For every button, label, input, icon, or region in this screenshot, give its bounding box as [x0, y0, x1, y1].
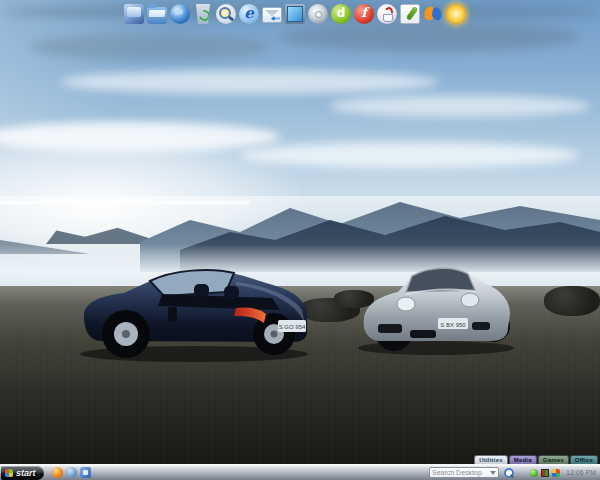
tab-games[interactable]: Games — [538, 455, 569, 464]
cloud — [60, 70, 440, 94]
tab-media[interactable]: Media — [509, 455, 537, 464]
search-placeholder: Search Desktop — [432, 468, 488, 477]
wmp-quicklaunch-icon[interactable] — [80, 467, 91, 478]
dreamweaver-icon[interactable] — [331, 4, 351, 24]
taskbar-clock[interactable]: 12:06 PM — [564, 465, 596, 480]
desktop-search-input[interactable]: Search Desktop — [429, 467, 499, 478]
java-icon[interactable] — [377, 4, 397, 24]
silver-porsche-car: S BX 950 — [354, 262, 518, 356]
desktop: S GO 954 S BX 950 U — [0, 0, 600, 480]
globe-quicklaunch-icon[interactable] — [66, 467, 77, 478]
search-icon[interactable] — [216, 4, 236, 24]
security-status-tray-icon[interactable] — [519, 469, 527, 477]
notes-icon[interactable] — [400, 4, 420, 24]
resource-meter-tray-icon[interactable] — [541, 469, 549, 477]
recycle-icon[interactable] — [193, 4, 213, 24]
tab-utilities[interactable]: Utilities — [474, 455, 507, 464]
sun-icon[interactable] — [446, 4, 466, 24]
folder-icon[interactable] — [147, 7, 167, 24]
windows-logo-icon — [5, 469, 13, 477]
rock — [544, 286, 600, 316]
license-plate-text: S BX 950 — [440, 322, 466, 328]
cloud — [280, 22, 580, 52]
firefox-quicklaunch-icon[interactable] — [52, 467, 63, 478]
blue-porsche-car: S GO 954 — [76, 252, 316, 364]
category-tabs: UtilitiesMediaGamesOffice — [474, 455, 598, 464]
mail-icon[interactable] — [262, 7, 282, 23]
display-icon[interactable] — [285, 4, 305, 24]
ie-icon[interactable] — [239, 4, 259, 24]
start-button[interactable]: start — [1, 466, 44, 480]
globe-icon[interactable] — [170, 4, 190, 24]
system-tray — [519, 469, 560, 477]
flash-icon[interactable] — [354, 4, 374, 24]
dock — [124, 2, 476, 26]
cloud — [30, 34, 270, 60]
messenger-tray-icon[interactable] — [552, 469, 560, 477]
license-plate-text: S GO 954 — [279, 324, 306, 330]
quick-launch-bar — [52, 467, 91, 478]
app-status-tray-icon[interactable] — [530, 469, 538, 477]
swirl-icon[interactable] — [423, 4, 443, 24]
cloud — [330, 95, 590, 117]
taskbar: start Search Desktop 12:06 PM — [0, 464, 600, 480]
cd-icon[interactable] — [308, 4, 328, 24]
tab-office[interactable]: Office — [570, 455, 598, 464]
computer-icon[interactable] — [124, 4, 144, 24]
chevron-down-icon[interactable] — [490, 471, 496, 475]
start-button-label: start — [16, 466, 36, 480]
desktop-search-magnifier-icon[interactable] — [503, 467, 514, 478]
